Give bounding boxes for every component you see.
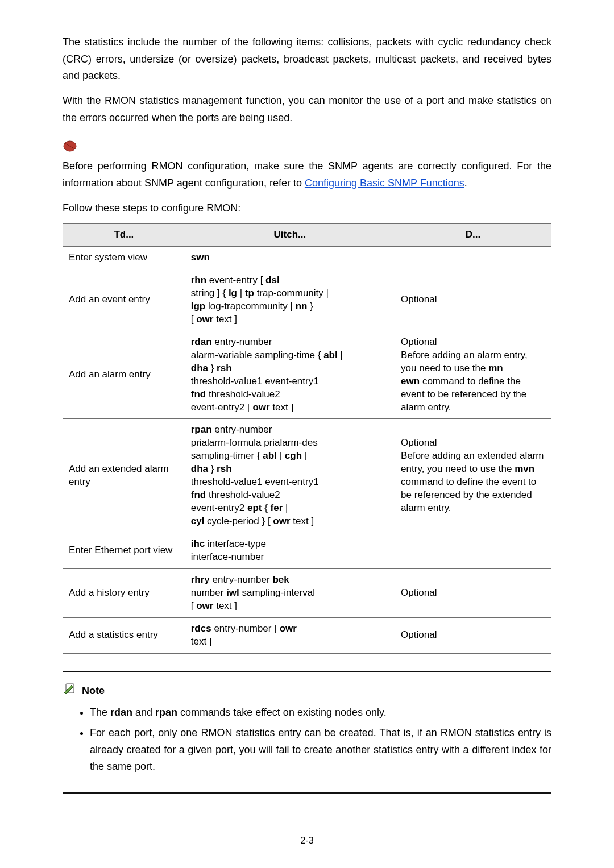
cell-todo: Add a statistics entry [63, 617, 185, 653]
follow-steps: Follow these steps to configure RMON: [63, 200, 551, 217]
caution-paragraph: Before performing RMON configuration, ma… [63, 158, 551, 192]
col-header-todo: Td... [63, 224, 185, 247]
note-label: Note [82, 683, 105, 700]
table-row: Add a statistics entryrdcs entry-number … [63, 617, 551, 653]
cell-description: OptionalBefore adding an alarm entry, yo… [395, 331, 551, 419]
note-heading: Note [63, 682, 551, 700]
table-row: Enter Ethernet port viewihc interface-ty… [63, 533, 551, 568]
snmp-config-link[interactable]: Configuring Basic SNMP Functions [305, 177, 464, 189]
cell-todo: Enter system view [63, 247, 185, 269]
cell-description: Optional [395, 617, 551, 653]
caution-text-after: . [464, 177, 467, 189]
list-item: For each port, only one RMON statistics … [90, 725, 551, 775]
cell-command: rhry entry-number beknumber iwl sampling… [185, 568, 395, 617]
page: The statistics include the number of the… [0, 0, 614, 868]
caution-icon [63, 140, 77, 152]
cell-todo: Add an extended alarm entry [63, 419, 185, 533]
note-bullets: The rdan and rpan commands take effect o… [63, 704, 551, 775]
cell-description: Optional [395, 269, 551, 331]
col-header-cmd: Uitch... [185, 224, 395, 247]
page-number: 2-3 [63, 833, 551, 848]
cell-command: rpan entry-numberprialarm-formula priala… [185, 419, 395, 533]
cell-todo: Add an event entry [63, 269, 185, 331]
rmon-config-table: Td... Uitch... D... Enter system viewswn… [63, 223, 551, 653]
cell-todo: Add a history entry [63, 568, 185, 617]
cell-command: rhn event-entry [ dslstring ] { lg | tp … [185, 269, 395, 331]
cell-command: rdan entry-numberalarm-variable sampling… [185, 331, 395, 419]
table-row: Enter system viewswn [63, 247, 551, 269]
cell-todo: Enter Ethernet port view [63, 533, 185, 568]
cell-command: swn [185, 247, 395, 269]
table-row: Add an event entryrhn event-entry [ dsls… [63, 269, 551, 331]
table-row: Add an extended alarm entryrpan entry-nu… [63, 419, 551, 533]
cell-todo: Add an alarm entry [63, 331, 185, 419]
table-header-row: Td... Uitch... D... [63, 224, 551, 247]
cell-description: OptionalBefore adding an extended alarm … [395, 419, 551, 533]
note-rule-top [63, 671, 551, 672]
table-row: Add a history entryrhry entry-number bek… [63, 568, 551, 617]
table-row: Add an alarm entryrdan entry-numberalarm… [63, 331, 551, 419]
cell-description [395, 247, 551, 269]
list-item: The rdan and rpan commands take effect o… [90, 704, 551, 721]
intro-paragraph-2: With the RMON statistics management func… [63, 93, 551, 126]
intro-paragraph-1: The statistics include the number of the… [63, 34, 551, 85]
cell-command: rdcs entry-number [ owrtext ] [185, 617, 395, 653]
note-rule-bottom [63, 792, 551, 794]
cell-command: ihc interface-typeinterface-number [185, 533, 395, 568]
cell-description [395, 533, 551, 568]
note-icon [63, 682, 78, 700]
col-header-desc: D... [395, 224, 551, 247]
cell-description: Optional [395, 568, 551, 617]
